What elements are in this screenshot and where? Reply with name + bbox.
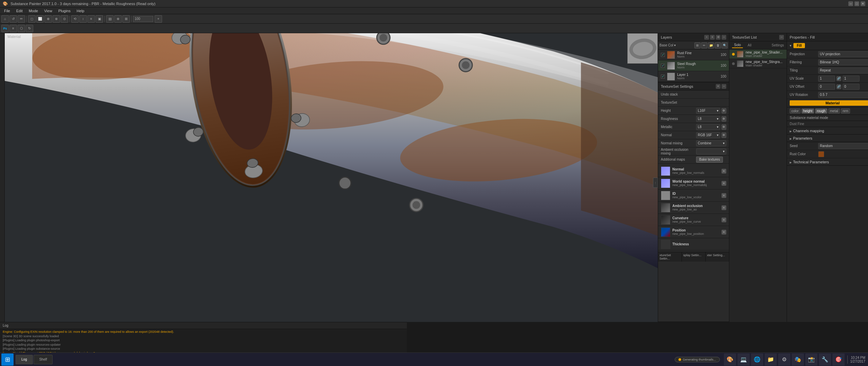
tool-undo[interactable]: ↺ (9, 15, 17, 23)
bake-textures-button[interactable]: Bake textures (696, 157, 723, 163)
tool-grid[interactable]: ≡ (87, 15, 95, 23)
normal-dropdown[interactable]: RGB 16F▾ (696, 132, 720, 138)
tool-export[interactable]: ▤ (106, 15, 114, 23)
channel-normal-remove[interactable] (722, 169, 726, 174)
tab-export[interactable]: xter Setting... (706, 252, 729, 262)
menu-mode[interactable]: Mode (26, 8, 41, 14)
tool2-4[interactable]: ↻ (26, 25, 33, 32)
layer-delete[interactable]: 🗑 (715, 42, 721, 48)
projection-dropdown[interactable]: UV projection ▾ (818, 51, 868, 57)
tool-select[interactable]: ◻ (28, 15, 36, 23)
ts-item-2[interactable]: new_pipe_low_Stingra... Main shader (729, 59, 787, 68)
layers-collapse-btn[interactable]: ─ (722, 35, 726, 40)
channel-world-normal-remove[interactable] (722, 181, 726, 186)
taskbar-icon-8[interactable]: 🔧 (819, 353, 831, 366)
metallic-dropdown[interactable]: L8▾ (696, 124, 720, 130)
layers-add-btn[interactable]: + (704, 35, 709, 40)
ts-settings-menu[interactable]: ≡ (716, 84, 721, 89)
minimize-button[interactable]: ─ (848, 1, 853, 6)
chip-metal[interactable]: metal (828, 108, 840, 114)
tool-circle[interactable]: ⊙ (61, 15, 68, 23)
menu-file[interactable]: File (1, 8, 13, 14)
tool2-3[interactable]: ⬡ (18, 25, 25, 32)
tab-textureset[interactable]: xtureSet Settin... (658, 252, 682, 262)
layer-steel-rough[interactable]: Steel Rough Norm 100 (658, 60, 729, 71)
uv-offset-y[interactable]: 0 (843, 84, 860, 90)
metallic-options[interactable]: ⚙ (722, 124, 726, 130)
layers-options-btn[interactable]: ⚙ (716, 35, 721, 40)
normal-mixing-dropdown[interactable]: Combine▾ (696, 140, 726, 146)
seed-dropdown[interactable]: Random ▾ (818, 143, 868, 149)
tool-paint[interactable]: ✏ (18, 15, 25, 23)
uv-offset-x[interactable]: 0 (818, 84, 835, 90)
uv-scale-link[interactable]: 🔗 (836, 76, 841, 81)
tool-import[interactable]: ⊕ (114, 15, 122, 23)
chip-color[interactable]: color (790, 108, 801, 114)
layers-panel-header[interactable]: Layers + ≡ ⚙ ─ (658, 33, 729, 41)
ts-item-1[interactable]: new_pipe_low_Shader... Main shader (729, 49, 787, 59)
rust-color-swatch[interactable] (818, 151, 824, 157)
layer-search[interactable]: 🔍 (722, 42, 728, 48)
roughness-options[interactable]: ⚙ (722, 116, 726, 122)
parameters-section-header[interactable]: Parameters (787, 135, 868, 142)
viewport[interactable]: Material (5, 33, 658, 322)
roughness-dropdown[interactable]: L8▾ (696, 116, 720, 122)
technical-params-section-header[interactable]: Technical Parameters (787, 158, 868, 166)
textureset-list-header[interactable]: TextureSet List ─ (729, 33, 787, 41)
tool-rect[interactable]: ⬜ (36, 15, 44, 23)
uv-rotation-input[interactable]: 0.5 7 (818, 92, 868, 98)
menu-view[interactable]: View (41, 8, 55, 14)
tool2-ps[interactable]: Ps (1, 25, 9, 32)
taskbar-icon-7[interactable]: 📸 (805, 353, 817, 366)
taskbar-icon-9[interactable]: 🎯 (832, 353, 845, 366)
status-tab-log[interactable]: Log (16, 355, 33, 364)
maximize-button[interactable]: □ (854, 1, 859, 6)
tool-remove[interactable]: ⊗ (53, 15, 60, 23)
tab-solo[interactable]: Solo (732, 42, 743, 48)
taskbar-icon-1[interactable]: 🎨 (724, 353, 736, 366)
tool-settings[interactable]: ⊞ (122, 15, 130, 23)
menu-help[interactable]: Help (74, 8, 87, 14)
status-tab-shelf[interactable]: Shelf (34, 355, 53, 364)
uv-scale-y[interactable]: 1 (843, 76, 860, 82)
zoom-input[interactable]: 100 (133, 16, 153, 22)
tool-scale[interactable]: ↕ (79, 15, 87, 23)
channel-position-remove[interactable] (722, 230, 726, 235)
tool-zoom-in[interactable]: + (155, 15, 162, 23)
taskbar-icon-3[interactable]: 🌐 (751, 353, 763, 366)
properties-header[interactable]: Properties - Fill ─ (787, 33, 868, 41)
channel-id-remove[interactable] (722, 193, 726, 198)
taskbar-icon-6[interactable]: 🎭 (792, 353, 804, 366)
tool-rotate[interactable]: ⟲ (71, 15, 79, 23)
tool-home[interactable]: ⌂ (1, 15, 9, 23)
uv-scale-x[interactable]: 1 (818, 76, 835, 82)
ao-mixing-dropdown[interactable]: ▾ (696, 148, 726, 155)
normal-options[interactable]: ⚙ (722, 133, 726, 138)
chip-rough[interactable]: rough (815, 108, 827, 114)
close-button[interactable]: ✕ (861, 1, 865, 6)
tab-all[interactable]: All (746, 43, 753, 48)
layer-1[interactable]: Layer 1 Norm 100 (658, 71, 729, 82)
channel-curvature-remove[interactable] (722, 218, 726, 222)
taskbar-icon-4[interactable]: 📁 (765, 353, 777, 366)
menu-edit[interactable]: Edit (14, 8, 25, 14)
layer-new-fill[interactable]: ⊞ (694, 42, 701, 48)
start-button[interactable]: ⊞ (1, 353, 14, 366)
tab-display[interactable]: splay Settin... (682, 252, 706, 262)
tool2-2[interactable]: ≡ (9, 25, 17, 32)
menu-plugins[interactable]: Plugins (56, 8, 73, 14)
base-col-dropdown[interactable]: Base Col ▾ (659, 43, 676, 47)
height-options[interactable]: ⚙ (722, 108, 726, 114)
layer-visibility-3[interactable] (661, 75, 665, 79)
height-dropdown[interactable]: L16F▾ (696, 108, 720, 114)
textureset-settings-header[interactable]: TextureSet Settings ≡ ─ (658, 82, 729, 90)
tool-add[interactable]: ⊕ (44, 15, 52, 23)
layers-menu-btn[interactable]: ≡ (710, 35, 715, 40)
chip-nrm[interactable]: nrm (841, 108, 850, 114)
layer-rust-fine[interactable]: Rust Fine Norm 100 (658, 49, 729, 60)
taskbar-icon-2[interactable]: 💻 (737, 353, 750, 366)
chip-height[interactable]: height (802, 108, 814, 114)
ts-settings-collapse[interactable]: ─ (722, 84, 726, 89)
ts-list-settings-btn[interactable]: Settings (772, 43, 784, 47)
filtering-dropdown[interactable]: Bilinear 1HQ ▾ (818, 59, 868, 65)
